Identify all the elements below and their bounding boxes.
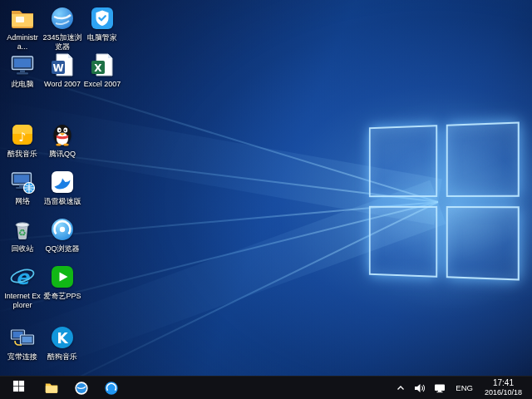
desktop-icon-kugou-music[interactable]: K 酷狗音乐 [42,324,82,362]
start-button[interactable] [0,377,37,399]
word-document-icon: W [49,52,76,78]
taskbar-app-browser-2345[interactable] [66,377,96,399]
desktop-icon-label: 回收站 [12,244,34,254]
kugou-circle-icon: K [49,324,76,351]
desktop-icon-internet-explorer[interactable]: e Internet Explorer [2,264,42,310]
clock-date: 2016/10/18 [485,388,522,397]
desktop-icon-label: 电脑管家 [87,33,117,42]
windows-start-icon [12,380,25,396]
desktop-icon-network[interactable]: 网络 [2,169,42,206]
music-box-icon: ♪ [9,121,36,148]
desktop-icon-broadband[interactable]: 宽带连接 [2,324,42,362]
desktop-icon-label: 酷狗音乐 [47,352,77,362]
dual-monitor-icon [9,324,36,351]
folder-icon [44,381,59,396]
desktop-icon-label: 酷我音乐 [7,150,37,159]
excel-document-icon: X [89,52,116,78]
desktop-icon-word-2007[interactable]: W Word 2007 [42,52,82,89]
desktop-icon-label: 爱奇艺PPS [43,292,81,301]
green-play-icon [49,264,76,290]
user-folder-icon [9,5,36,32]
system-tray: ENG 17:41 2016/10/18 [392,377,532,399]
swirl-browser-icon [49,216,76,243]
volume-icon[interactable] [410,377,430,399]
blue-circle-icon [104,381,119,396]
desktop-icon-this-pc[interactable]: 此电脑 [2,52,42,89]
desktop[interactable]: Administra... 2345加速浏览器 电脑管家 此电脑 W Word … [0,0,532,376]
desktop-icon-label: 宽带连接 [7,352,37,362]
desktop-icon-qq-browser[interactable]: QQ浏览器 [42,216,82,254]
desktop-icon-administrator-files[interactable]: Administra... [2,5,42,52]
desktop-icon-excel-2007[interactable]: X Excel 2007 [82,52,122,89]
taskbar-app-file-explorer[interactable] [37,377,66,399]
desktop-icon-label: 2345加速浏览器 [42,33,82,52]
desktop-icon-label: Word 2007 [44,80,81,89]
globe-browser-icon [49,5,76,32]
svg-text:♻: ♻ [18,228,27,239]
desktop-icon-label: Administra... [2,33,42,52]
desktop-icon-label: 迅雷极速版 [44,197,81,206]
clock[interactable]: 17:41 2016/10/18 [479,378,528,398]
taskbar-app-qq-browser[interactable] [96,377,126,399]
svg-text:♪: ♪ [18,130,27,145]
taskbar: ENG 17:41 2016/10/18 [0,376,532,399]
desktop-icon-label: 网络 [15,197,30,206]
desktop-icon-iqiyi-pps[interactable]: 爱奇艺PPS [42,264,82,301]
svg-text:W: W [52,62,63,74]
ie-icon: e [9,264,36,290]
desktop-icon-pc-manager[interactable]: 电脑管家 [82,5,122,42]
desktop-icon-tencent-qq[interactable]: 腾讯QQ [42,121,82,159]
desktop-icon-label: 此电脑 [12,80,34,89]
recycle-bin-icon: ♻ [9,216,36,243]
desktop-icon-label: QQ浏览器 [45,244,79,254]
desktop-icon-label: Excel 2007 [84,80,121,89]
desktop-icon-recycle-bin[interactable]: ♻ 回收站 [2,216,42,254]
shield-icon [89,5,116,32]
desktop-icon-2345-browser[interactable]: 2345加速浏览器 [42,5,82,52]
language-indicator[interactable]: ENG [450,383,479,392]
desktop-icon-thunder-lite[interactable]: 迅雷极速版 [42,169,82,206]
network-computer-icon [9,169,36,195]
clock-time: 17:41 [485,378,522,389]
thunder-bird-icon [49,169,76,195]
svg-text:X: X [94,62,102,74]
svg-text:K: K [57,330,68,347]
tray-chevron-up-icon[interactable] [392,377,410,399]
desktop-icon-kuwo-music[interactable]: ♪ 酷我音乐 [2,121,42,159]
desktop-icon-label: 腾讯QQ [49,150,76,159]
desktop-icon-label: Internet Explorer [2,292,42,310]
network-icon[interactable] [430,377,450,399]
globe-circle-icon [74,381,89,396]
computer-icon [9,52,36,78]
qq-penguin-icon [49,121,76,148]
